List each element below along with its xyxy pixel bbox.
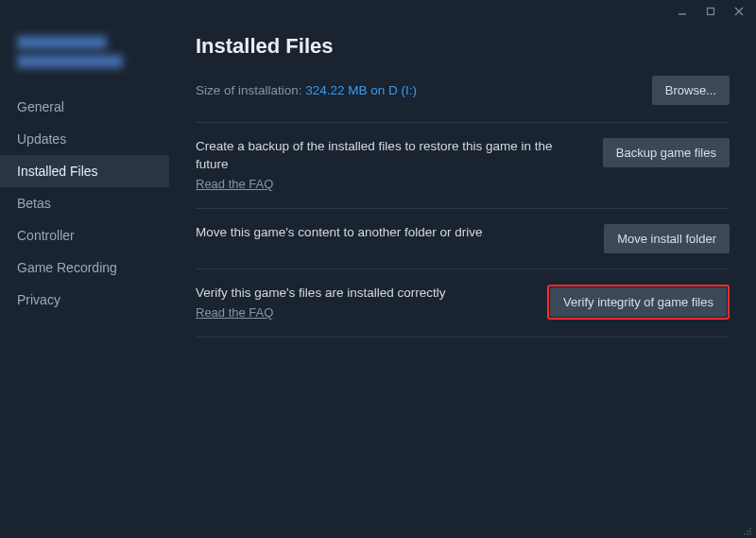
sidebar-item-installed-files[interactable]: Installed Files bbox=[0, 155, 169, 187]
sidebar: General Updates Installed Files Betas Co… bbox=[0, 23, 169, 538]
move-section: Move this game's content to another fold… bbox=[196, 209, 730, 269]
verify-text: Verify this game's files are installed c… bbox=[196, 285, 528, 321]
svg-point-5 bbox=[747, 530, 748, 532]
resize-grip-icon[interactable] bbox=[741, 523, 752, 534]
svg-point-7 bbox=[744, 533, 746, 535]
page-title: Installed Files bbox=[196, 34, 730, 59]
sidebar-item-updates[interactable]: Updates bbox=[0, 123, 169, 155]
move-description: Move this game's content to another fold… bbox=[196, 224, 585, 242]
svg-point-4 bbox=[749, 528, 751, 529]
minimize-button[interactable] bbox=[673, 2, 692, 21]
maximize-button[interactable] bbox=[701, 2, 720, 21]
backup-faq-link[interactable]: Read the FAQ bbox=[196, 176, 584, 193]
close-button[interactable] bbox=[730, 2, 748, 21]
svg-point-6 bbox=[749, 530, 751, 532]
install-size-text: Size of installation: bbox=[196, 83, 305, 97]
verify-faq-link[interactable]: Read the FAQ bbox=[196, 304, 528, 321]
main-wrapper: General Updates Installed Files Betas Co… bbox=[0, 23, 756, 538]
install-size-value: 324.22 MB on D (I:) bbox=[305, 83, 417, 97]
sidebar-nav: General Updates Installed Files Betas Co… bbox=[0, 91, 169, 316]
game-title-redacted bbox=[0, 28, 169, 91]
backup-game-files-button[interactable]: Backup game files bbox=[603, 138, 730, 167]
backup-section: Create a backup of the installed files t… bbox=[196, 123, 730, 209]
backup-text: Create a backup of the installed files t… bbox=[196, 138, 584, 193]
install-size-row: Size of installation: 324.22 MB on D (I:… bbox=[196, 76, 730, 123]
verify-integrity-button[interactable]: Verify integrity of game files bbox=[550, 287, 727, 317]
verify-section: Verify this game's files are installed c… bbox=[196, 269, 730, 338]
content-panel: Installed Files Size of installation: 32… bbox=[169, 23, 756, 538]
sidebar-item-betas[interactable]: Betas bbox=[0, 187, 169, 219]
svg-point-8 bbox=[747, 533, 748, 535]
browse-button[interactable]: Browse... bbox=[652, 76, 730, 105]
svg-point-9 bbox=[749, 533, 751, 535]
sidebar-item-game-recording[interactable]: Game Recording bbox=[0, 252, 169, 284]
verify-description: Verify this game's files are installed c… bbox=[196, 286, 445, 300]
install-size-label: Size of installation: 324.22 MB on D (I:… bbox=[196, 83, 417, 97]
window-titlebar bbox=[0, 0, 756, 23]
sidebar-item-controller[interactable]: Controller bbox=[0, 219, 169, 252]
move-install-folder-button[interactable]: Move install folder bbox=[604, 224, 730, 253]
svg-rect-1 bbox=[708, 9, 714, 15]
backup-description: Create a backup of the installed files t… bbox=[196, 139, 552, 171]
sidebar-item-privacy[interactable]: Privacy bbox=[0, 284, 169, 316]
sidebar-item-general[interactable]: General bbox=[0, 91, 169, 123]
verify-highlight-annotation: Verify integrity of game files bbox=[547, 285, 730, 320]
